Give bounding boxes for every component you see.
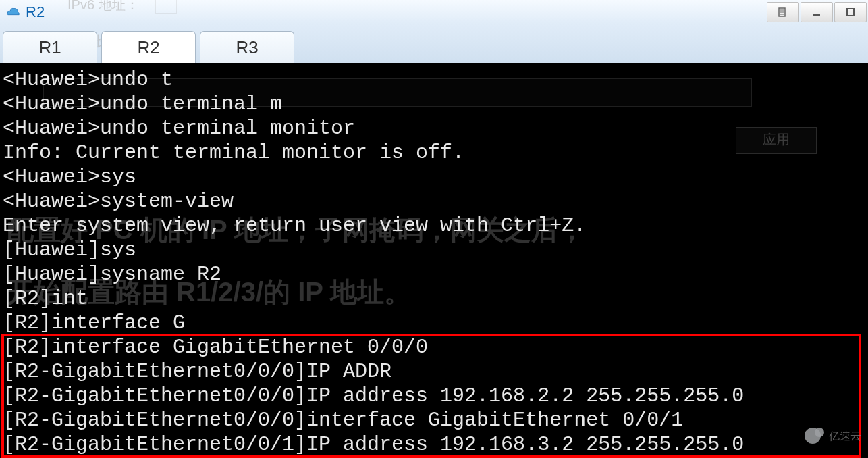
tab-bar: IPv6 地址： 前缀长度： 128 R1R2R3 — [0, 24, 868, 63]
terminal-line: <Huawei>undo t — [3, 68, 865, 92]
window-controls — [765, 2, 867, 22]
terminal-line: [R2]interface GigabitEthernet 0/0/0 — [3, 335, 865, 359]
terminal-line: Info: Current terminal monitor is off. — [3, 141, 865, 165]
menu-button[interactable] — [767, 2, 799, 22]
window-title: R2 — [26, 3, 45, 21]
title-bar: R2 — [0, 0, 868, 24]
tab-r3[interactable]: R3 — [200, 31, 294, 63]
terminal-line: [R2]int — [3, 286, 865, 311]
terminal-line: <Huawei>undo terminal monitor — [3, 116, 865, 141]
svg-rect-1 — [813, 14, 820, 16]
maximize-button[interactable] — [834, 2, 867, 22]
terminal-line: [Huawei]sysname R2 — [3, 262, 865, 286]
terminal-line: <Huawei>undo terminal m — [3, 92, 865, 116]
terminal-line: [R2]interface G — [3, 311, 865, 335]
tab-r2[interactable]: R2 — [101, 31, 196, 63]
svg-rect-2 — [847, 9, 854, 16]
terminal-line: Enter system view, return user view with… — [3, 213, 865, 238]
terminal[interactable]: 配置好 PC 机的 IP 地址，子网掩码，网关之后， 开始配置路由 R1/2/3… — [0, 63, 868, 458]
terminal-line: [R2-GigabitEthernet0/0/0]interface Gigab… — [3, 408, 865, 432]
title-left: R2 — [5, 3, 45, 21]
app-icon — [5, 5, 20, 20]
terminal-line: [Huawei]sys — [3, 238, 865, 262]
terminal-line: [R2-GigabitEthernet0/0/0]IP ADDR — [3, 359, 865, 384]
terminal-line: [R2-GigabitEthernet0/0/1]IP address 192.… — [3, 432, 865, 457]
terminal-line: <Huawei>sys — [3, 165, 865, 189]
terminal-line: <Huawei>system-view — [3, 189, 865, 213]
terminal-line: [R2-GigabitEthernet0/0/0]IP address 192.… — [3, 384, 865, 408]
tab-r1[interactable]: R1 — [3, 31, 97, 63]
minimize-button[interactable] — [801, 2, 833, 22]
